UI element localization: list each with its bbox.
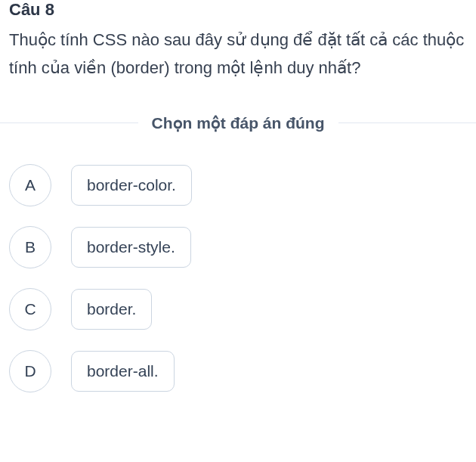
option-letter-b: B [9,226,51,268]
option-letter-a: A [9,164,51,206]
option-letter-c: C [9,288,51,330]
option-text-b: border-style. [71,227,191,268]
instruction-divider: Chọn một đáp án đúng [0,114,476,132]
option-letter-d: D [9,350,51,392]
quiz-container: Câu 8 Thuộc tính CSS nào sau đây sử dụng… [0,0,476,392]
option-d[interactable]: D border-all. [9,350,467,392]
question-header: Câu 8 Thuộc tính CSS nào sau đây sử dụng… [0,0,476,82]
option-text-c: border. [71,289,152,330]
option-c[interactable]: C border. [9,288,467,330]
divider-line-left [0,122,138,123]
option-text-d: border-all. [71,351,175,392]
option-text-a: border-color. [71,165,192,206]
question-text: Thuộc tính CSS nào sau đây sử dụng để đặ… [9,26,467,82]
question-number: Câu 8 [9,0,467,20]
instruction-text: Chọn một đáp án đúng [138,114,338,132]
options-list: A border-color. B border-style. C border… [0,164,476,392]
divider-line-right [338,122,477,123]
option-a[interactable]: A border-color. [9,164,467,206]
option-b[interactable]: B border-style. [9,226,467,268]
